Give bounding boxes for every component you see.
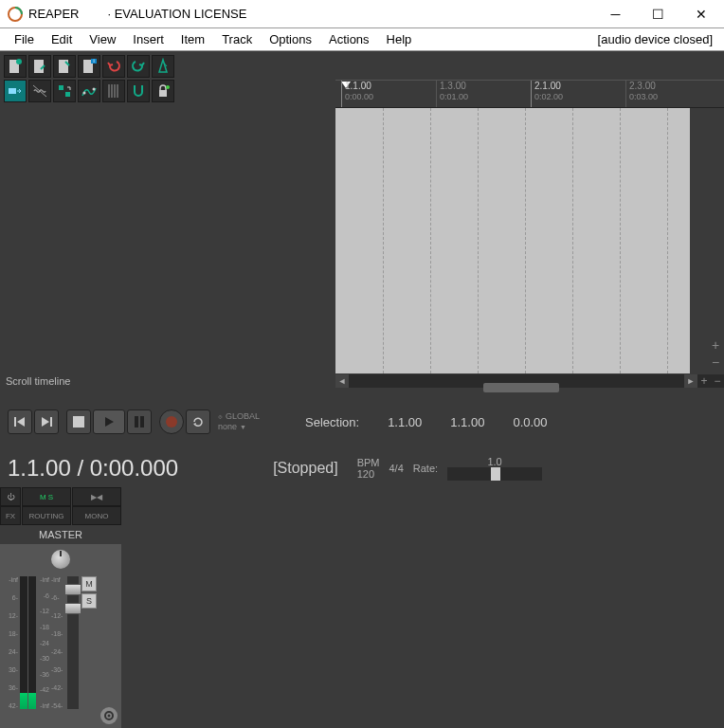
undo-icon[interactable] — [102, 55, 125, 78]
master-meter-l — [20, 576, 27, 709]
svg-rect-3 — [34, 60, 44, 73]
new-project-icon[interactable] — [4, 55, 27, 78]
menu-insert[interactable]: Insert — [124, 29, 172, 49]
master-pan-knob[interactable] — [51, 550, 70, 569]
ruler-tick: 1.3.000:01.00 — [436, 81, 468, 107]
envelope-visible-icon[interactable] — [78, 80, 100, 102]
license-text: · EVALUATION LICENSE — [107, 7, 246, 21]
vzoom-out-icon[interactable]: − — [709, 356, 722, 370]
master-power-button[interactable]: ⏻ — [0, 487, 21, 506]
selection-start[interactable]: 1.1.00 — [388, 415, 422, 429]
menu-help[interactable]: Help — [378, 29, 421, 49]
title-bar: REAPER · EVALUATION LICENSE ─ ☐ ✕ — [0, 0, 724, 28]
master-settings-icon[interactable] — [100, 707, 118, 724]
fader-thumb-2[interactable] — [64, 603, 81, 614]
timeline-ruler[interactable]: 1.1.000:00.00 1.3.000:01.00 2.1.000:02.0… — [335, 80, 724, 108]
go-start-button[interactable] — [8, 410, 32, 434]
master-mono-icon[interactable]: ▶◀ — [72, 487, 121, 506]
hzoom-out-icon[interactable]: − — [711, 374, 724, 388]
selection-end[interactable]: 1.1.00 — [450, 415, 484, 429]
play-button[interactable] — [93, 410, 125, 434]
master-solo-button[interactable]: S — [81, 593, 97, 609]
metronome-icon[interactable] — [152, 55, 174, 78]
transport-status: [Stopped] — [273, 460, 338, 477]
record-button[interactable] — [159, 410, 184, 434]
master-fx-button[interactable]: FX — [0, 506, 21, 525]
ruler-tick: 2.3.000:03.00 — [625, 81, 658, 107]
svg-rect-27 — [135, 416, 138, 428]
meter-scale-mid: -inf-6-12-18-24-30-36-42-inf — [37, 576, 50, 709]
svg-rect-21 — [14, 417, 16, 427]
arrange-view: 1.1.000:00.00 1.3.000:01.00 2.1.000:02.0… — [335, 51, 724, 373]
master-mute-button[interactable]: M — [81, 576, 97, 592]
menu-item[interactable]: Item — [172, 29, 213, 49]
transport-time[interactable]: 1.1.00 / 0:00.000 — [8, 455, 178, 482]
svg-text:i: i — [93, 58, 94, 64]
app-logo-icon — [8, 7, 23, 22]
go-end-button[interactable] — [34, 410, 59, 434]
svg-rect-19 — [159, 90, 167, 97]
pause-button[interactable] — [127, 410, 152, 434]
master-routing-button[interactable]: ROUTING — [22, 506, 71, 525]
fader-thumb[interactable] — [64, 584, 81, 595]
menu-view[interactable]: View — [81, 29, 124, 49]
svg-point-14 — [93, 88, 96, 91]
stop-button[interactable] — [66, 410, 91, 434]
scroll-left-icon[interactable]: ◄ — [335, 374, 349, 388]
svg-marker-22 — [17, 417, 25, 427]
svg-rect-28 — [140, 416, 144, 428]
save-project-icon[interactable] — [53, 55, 76, 78]
hzoom-in-icon[interactable]: + — [697, 374, 711, 388]
main-toolbar: i — [0, 51, 335, 373]
meter-scale-left: -inf6-12-18-24-30-36-42- — [6, 576, 19, 709]
master-ms-button[interactable]: M S — [22, 487, 71, 506]
repeat-button[interactable] — [186, 410, 210, 434]
rate-value[interactable]: 1.0 — [487, 456, 501, 467]
master-track: ⏻ M S ▶◀ FX ROUTING MONO MASTER -inf6-12… — [0, 487, 121, 728]
mixer-panel: ⏻ M S ▶◀ FX ROUTING MONO MASTER -inf6-12… — [0, 487, 724, 728]
redo-icon[interactable] — [127, 55, 150, 78]
svg-point-13 — [83, 92, 86, 95]
audio-device-status[interactable]: [audio device closed] — [598, 32, 718, 46]
vzoom-in-icon[interactable]: + — [709, 339, 722, 353]
global-automation[interactable]: ⟐GLOBAL none▼ — [218, 411, 260, 432]
scrollbar-thumb[interactable] — [483, 383, 559, 392]
menu-options[interactable]: Options — [261, 29, 320, 49]
arrange-canvas[interactable] — [335, 108, 690, 373]
svg-rect-9 — [9, 88, 16, 94]
master-fader[interactable] — [67, 576, 79, 709]
selection-length[interactable]: 0.0.00 — [513, 415, 547, 429]
rate-slider[interactable] — [447, 467, 542, 481]
menu-edit[interactable]: Edit — [43, 29, 81, 49]
master-mono-button[interactable]: MONO — [72, 506, 121, 525]
transport-bar: ⟐GLOBAL none▼ Selection: 1.1.00 1.1.00 0… — [0, 389, 724, 455]
svg-rect-12 — [65, 92, 70, 97]
svg-rect-11 — [59, 85, 63, 90]
timesig[interactable]: 4/4 — [389, 463, 404, 474]
ruler-tick: 1.1.000:00.00 — [341, 81, 373, 107]
svg-rect-24 — [50, 417, 52, 427]
svg-point-31 — [108, 715, 111, 718]
menu-track[interactable]: Track — [213, 29, 261, 49]
grid-icon[interactable] — [102, 80, 125, 102]
snap-icon[interactable] — [127, 80, 150, 102]
item-edit-icon[interactable] — [4, 80, 27, 102]
horizontal-scrollbar[interactable]: ◄ ► + − — [335, 374, 724, 388]
menu-file[interactable]: File — [6, 29, 43, 49]
scroll-right-icon[interactable]: ► — [684, 374, 697, 388]
meter-scale-right: -inf-6--12--18--24--30--42--54- — [51, 576, 64, 709]
ripple-edit-icon[interactable] — [28, 80, 51, 102]
menu-actions[interactable]: Actions — [320, 29, 378, 49]
open-project-icon[interactable] — [28, 55, 51, 78]
maximize-button[interactable]: ☐ — [637, 0, 679, 28]
project-settings-icon[interactable]: i — [78, 55, 100, 78]
bpm-value[interactable]: 120 — [357, 468, 380, 480]
minimize-button[interactable]: ─ — [594, 0, 637, 28]
app-name: REAPER — [28, 7, 79, 21]
selection-label: Selection: — [305, 415, 359, 429]
rate-label: Rate: — [413, 463, 438, 474]
close-button[interactable]: ✕ — [679, 0, 722, 28]
move-envelope-icon[interactable] — [53, 80, 76, 102]
svg-point-2 — [16, 59, 22, 64]
lock-icon[interactable] — [152, 80, 174, 102]
